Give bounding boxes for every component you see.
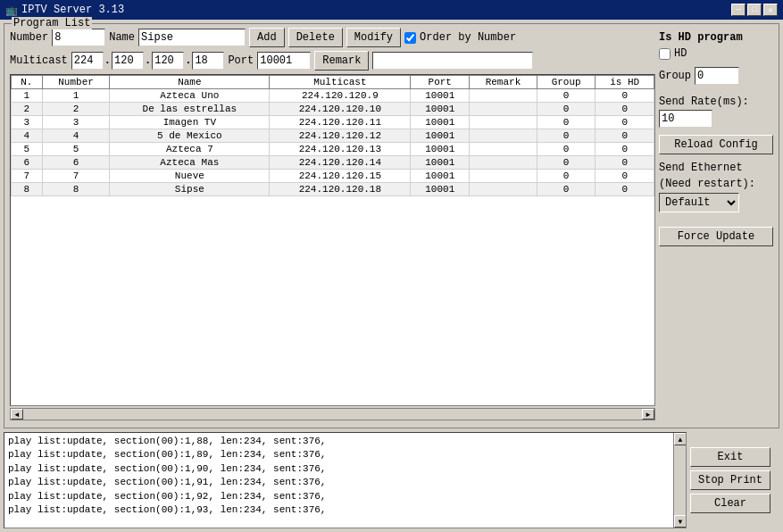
dot-2: . [145,54,151,67]
order-by-number-checkbox[interactable] [404,32,416,44]
scroll-down-arrow[interactable]: ▼ [674,515,687,528]
need-restart-label: (Need restart): [659,178,773,192]
right-panel: Is HD program HD Group Send Rate(ms): Re… [659,28,773,422]
hd-label: HD [674,47,687,60]
table-row[interactable]: 11Azteca Uno224.120.120.91000100 [12,89,654,103]
table-cell: Sipse [110,183,270,196]
close-button[interactable]: ✕ [763,4,778,16]
table-cell: 224.120.120.18 [270,183,411,196]
exit-button[interactable]: Exit [690,447,771,467]
ethernet-dropdown[interactable]: Default [659,193,739,212]
table-cell: 0 [537,129,596,143]
table-cell: 224.120.120.11 [270,116,411,129]
table-cell: 1 [12,89,43,103]
number-input[interactable] [52,29,105,46]
col-multicast: Multicast [270,76,411,89]
table-cell: 10001 [411,89,470,103]
send-rate-input[interactable] [659,110,712,128]
table-cell [470,89,537,103]
table-cell: 0 [596,116,654,129]
order-by-number-label: Order by Number [420,31,516,44]
table-cell: 10001 [411,116,470,129]
table-cell: De las estrellas [110,103,270,116]
table-cell [470,183,537,196]
table-row[interactable]: 88Sipse224.120.120.181000100 [12,183,654,196]
dot-1: . [104,54,111,67]
table-cell: Azteca Mas [110,156,270,170]
force-update-button[interactable]: Force Update [659,227,773,246]
col-group: Group [537,76,596,89]
table-row[interactable]: 55Azteca 7224.120.120.131000100 [12,143,654,156]
table-cell: 10001 [411,183,470,196]
maximize-button[interactable]: □ [747,4,762,16]
table-cell: 6 [42,156,110,170]
table-cell: 10001 [411,129,470,143]
form-row-1: Number Name Add Delete Modify Order by N… [10,28,655,47]
log-content: play list:update, section(00):1,88, len:… [8,435,670,517]
modify-button[interactable]: Modify [346,28,401,47]
remark-input[interactable] [372,52,533,70]
app-icon: 📺 [5,4,18,16]
stop-print-button[interactable]: Stop Print [690,470,771,490]
table-cell: 2 [12,103,43,116]
delete-button[interactable]: Delete [288,28,343,47]
table-cell [470,129,537,143]
multicast-2-input[interactable] [112,52,144,70]
multicast-1-input[interactable] [71,52,104,70]
table-cell: 1 [42,89,110,103]
table-cell: 8 [42,183,110,196]
table-row[interactable]: 77Nueve224.120.120.151000100 [12,170,654,183]
group-input[interactable] [695,67,739,85]
table-cell: 10001 [411,103,470,116]
minimize-button[interactable]: ─ [731,4,746,16]
table-cell: 5 [12,143,43,156]
left-panel: Number Name Add Delete Modify Order by N… [10,28,655,422]
send-rate-section: Send Rate(ms): [659,96,773,128]
hscroll-left-arrow[interactable]: ◄ [11,409,23,420]
log-scrollbar[interactable]: ▲ ▼ [673,433,686,528]
form-row-2: Multicast . . . Port Remark [10,51,655,71]
title-bar: 📺 IPTV Server 3.13 ─ □ ✕ [0,0,783,20]
port-input[interactable] [257,52,311,70]
table-cell: 224.120.120.10 [270,103,411,116]
table-row[interactable]: 33Imagen TV224.120.120.111000100 [12,116,654,129]
multicast-label: Multicast [10,54,68,67]
table-row[interactable]: 66Azteca Mas224.120.120.141000100 [12,156,654,170]
table-row[interactable]: 445 de Mexico224.120.120.121000100 [12,129,654,143]
table-cell: Azteca 7 [110,143,270,156]
hd-checkbox[interactable] [659,48,671,60]
reload-config-button[interactable]: Reload Config [659,135,773,154]
hscroll-right-arrow[interactable]: ► [642,409,654,420]
multicast-4-input[interactable] [192,52,224,70]
order-by-number-row: Order by Number [404,31,516,44]
table-cell: Nueve [110,170,270,183]
clear-button[interactable]: Clear [690,494,771,513]
table-cell: 0 [596,143,654,156]
table-cell [470,103,537,116]
name-input[interactable] [138,29,246,46]
scroll-up-arrow[interactable]: ▲ [674,433,687,445]
hscroll-track[interactable] [23,409,642,420]
table-cell: 0 [537,116,596,129]
port-label: Port [228,54,254,67]
title-bar-controls: ─ □ ✕ [731,4,778,16]
table-cell: 2 [42,103,110,116]
is-hd-label: Is HD program [659,31,773,44]
table-cell [470,143,537,156]
log-box: play list:update, section(00):1,88, len:… [4,432,687,528]
add-button[interactable]: Add [249,28,285,47]
horizontal-scrollbar[interactable]: ◄ ► [10,408,655,420]
table-cell: 10001 [411,143,470,156]
multicast-3-input[interactable] [152,52,184,70]
remark-button[interactable]: Remark [314,51,369,71]
col-number: Number [42,76,110,89]
scroll-track[interactable] [674,445,686,515]
table-row[interactable]: 22De las estrellas224.120.120.101000100 [12,103,654,116]
table-cell: 5 de Mexico [110,129,270,143]
table-container[interactable]: N. Number Name Multicast Port Remark Gro… [10,74,655,406]
table-cell [470,116,537,129]
table-cell [470,170,537,183]
table-cell: 0 [596,156,654,170]
table-cell: Azteca Uno [110,89,270,103]
send-rate-label: Send Rate(ms): [659,96,773,108]
